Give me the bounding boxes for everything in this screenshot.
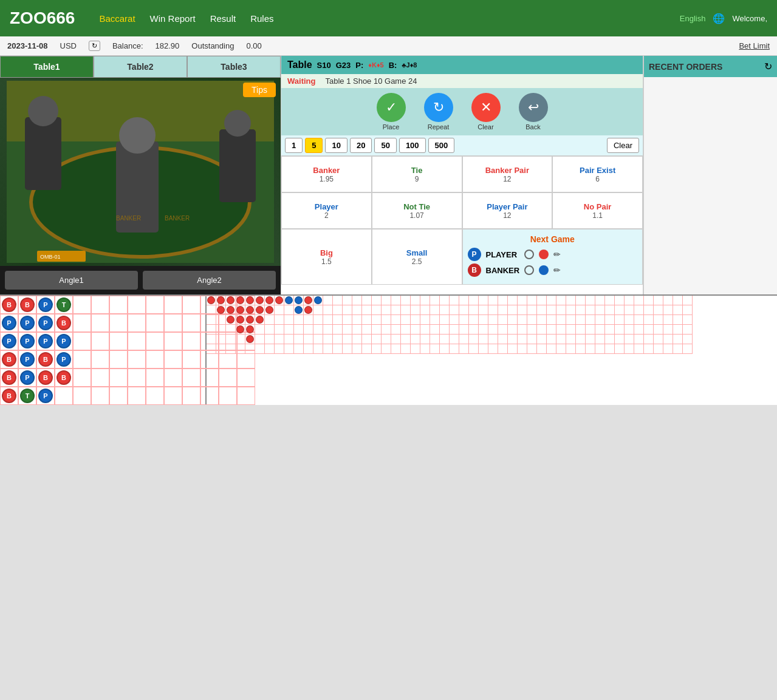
tab-table2[interactable]: Table2 xyxy=(94,56,187,78)
big-road-cell xyxy=(372,325,382,335)
big-road-cell xyxy=(450,305,459,315)
big-road-cell xyxy=(508,296,518,305)
big-road-row xyxy=(207,325,777,335)
big-road-cell xyxy=(508,325,518,335)
bead-cell xyxy=(182,350,200,369)
big-road-cell xyxy=(654,325,663,335)
bead-cell xyxy=(109,387,128,405)
big-road-cell xyxy=(216,344,226,354)
bead-cell xyxy=(128,350,146,369)
player-circle-red xyxy=(539,250,549,259)
big-road-cell xyxy=(411,305,420,315)
banker-pencil-icon[interactable]: ✏ xyxy=(553,265,561,275)
nav-baccarat[interactable]: Baccarat xyxy=(99,13,135,24)
recent-orders-refresh[interactable]: ↻ xyxy=(764,61,772,72)
big-road-cell xyxy=(498,335,508,344)
big-road-cell xyxy=(450,296,459,305)
big-road-cell xyxy=(615,296,625,305)
bet-banker-pair[interactable]: Banker Pair 12 xyxy=(462,156,553,192)
bet-pair-exist[interactable]: Pair Exist 6 xyxy=(552,156,643,192)
big-road-cell xyxy=(508,315,518,325)
place-icon: ✓ xyxy=(377,93,406,122)
chip-100[interactable]: 100 xyxy=(399,138,426,153)
bet-big[interactable]: Big 1.5 xyxy=(281,229,372,285)
header: ZOO666 Baccarat Win Report Result Rules … xyxy=(0,0,777,36)
bet-limit-link[interactable]: Bet Limit xyxy=(739,41,770,50)
bet-tie[interactable]: Tie 9 xyxy=(372,156,462,192)
big-road-cell xyxy=(313,325,323,335)
big-road-cell xyxy=(556,315,566,325)
big-road-cell xyxy=(236,296,245,305)
bead-label: B xyxy=(7,374,12,381)
language-selector[interactable]: English xyxy=(680,14,706,23)
chip-clear-button[interactable]: Clear xyxy=(607,138,639,153)
bet-no-pair[interactable]: No Pair 1.1 xyxy=(552,192,643,229)
tab-table1[interactable]: Table1 xyxy=(0,56,94,78)
bead-label: B xyxy=(43,356,48,363)
clear-button[interactable]: ✕ Clear xyxy=(465,93,507,131)
nav-rules[interactable]: Rules xyxy=(250,13,273,24)
back-button[interactable]: ↩ Back xyxy=(512,93,555,131)
big-road-dot xyxy=(246,316,254,324)
big-road-dot xyxy=(217,296,225,304)
nav-result[interactable]: Result xyxy=(210,13,236,24)
logo: ZOO666 xyxy=(10,8,75,28)
back-label: Back xyxy=(525,123,540,131)
bet-banker[interactable]: Banker 1.95 xyxy=(281,156,372,192)
big-road-cell xyxy=(556,344,566,354)
tips-button[interactable]: Tips xyxy=(243,83,276,97)
chip-5[interactable]: 5 xyxy=(305,138,323,153)
big-road-cell xyxy=(372,335,382,344)
bead-cell xyxy=(73,387,91,405)
bead-label: B xyxy=(7,356,12,363)
bead-road-section: BBPTPPPBPPPPBPBPBPBBBTP xyxy=(0,296,207,405)
big-road-cell xyxy=(275,344,284,354)
big-road-cell xyxy=(450,344,459,354)
tab-table3[interactable]: Table3 xyxy=(187,56,281,78)
bead-label: P xyxy=(61,338,66,345)
chip-1[interactable]: 1 xyxy=(285,138,303,153)
bead-road-grid: BBPTPPPBPPPPBPBPBPBBBTP xyxy=(0,296,205,405)
big-road-cell xyxy=(508,305,518,315)
big-road-cell xyxy=(216,296,226,305)
repeat-button[interactable]: ↻ Repeat xyxy=(417,93,460,131)
big-road-cell xyxy=(663,305,673,315)
big-road-cell xyxy=(352,296,362,305)
big-road-cell xyxy=(586,325,595,335)
chip-50[interactable]: 50 xyxy=(374,138,396,153)
refresh-button[interactable]: ↻ xyxy=(89,41,100,51)
big-road-cell xyxy=(265,344,275,354)
big-road-cell xyxy=(595,305,605,315)
angle2-button[interactable]: Angle2 xyxy=(143,271,276,290)
svg-text:BANKER: BANKER xyxy=(116,215,141,222)
place-button[interactable]: ✓ Place xyxy=(370,93,412,131)
action-buttons: ✓ Place ↻ Repeat ✕ Clear ↩ Back xyxy=(281,88,643,135)
bead-cell: B xyxy=(0,296,18,314)
bet-small[interactable]: Small 2.5 xyxy=(372,229,462,285)
big-road-cell xyxy=(586,305,595,315)
player-pencil-icon[interactable]: ✏ xyxy=(553,250,561,259)
bead-label: P xyxy=(43,319,47,327)
bet-not-tie[interactable]: Not Tie 1.07 xyxy=(372,192,462,229)
chip-20[interactable]: 20 xyxy=(350,138,372,153)
bead-cell xyxy=(128,369,146,387)
big-road-cell xyxy=(605,296,615,305)
big-road-cell xyxy=(362,344,372,354)
big-road-cell xyxy=(595,344,605,354)
bet-player-pair[interactable]: Player Pair 12 xyxy=(462,192,553,229)
angle1-button[interactable]: Angle1 xyxy=(5,271,138,290)
big-road-cell xyxy=(236,305,245,315)
big-road-cell xyxy=(566,296,576,305)
big-road-cell xyxy=(488,344,498,354)
chip-10[interactable]: 10 xyxy=(325,138,347,153)
big-road-cell xyxy=(547,325,556,335)
big-road-row xyxy=(207,315,777,325)
big-road-cell xyxy=(245,335,255,344)
nav-win-report[interactable]: Win Report xyxy=(150,13,196,24)
chip-500[interactable]: 500 xyxy=(428,138,455,153)
bead-label: P xyxy=(7,338,11,345)
bet-player[interactable]: Player 2 xyxy=(281,192,372,229)
big-road-cell xyxy=(673,296,683,305)
big-road-dot xyxy=(275,296,283,304)
big-road-cell xyxy=(265,296,275,305)
